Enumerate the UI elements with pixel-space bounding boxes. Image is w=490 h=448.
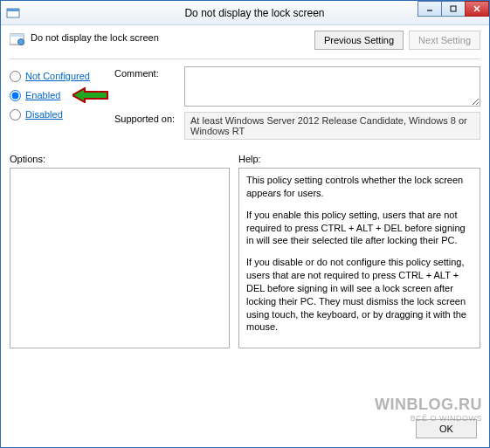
svg-point-8	[18, 39, 24, 45]
titlebar[interactable]: Do not display the lock screen	[1, 1, 489, 25]
maximize-button[interactable]	[441, 1, 466, 17]
radio-not-configured-label[interactable]: Not Configured	[25, 71, 90, 81]
dialog-footer: OK	[416, 419, 477, 438]
options-panel	[10, 168, 230, 348]
policy-dialog-window: Do not display the lock screen Do not di…	[0, 0, 490, 448]
minimize-button[interactable]	[418, 1, 442, 17]
supported-on-value: At least Windows Server 2012 Release Can…	[184, 112, 480, 140]
svg-marker-9	[72, 88, 107, 102]
close-button[interactable]	[465, 1, 489, 17]
options-label: Options:	[10, 154, 230, 164]
radio-disabled-label[interactable]: Disabled	[25, 109, 63, 120]
radio-enabled[interactable]	[10, 90, 21, 101]
next-setting-button: Next Setting	[409, 31, 480, 50]
policy-icon	[10, 32, 25, 46]
previous-setting-button[interactable]: Previous Setting	[314, 31, 404, 50]
radio-not-configured[interactable]	[10, 71, 21, 82]
policy-title: Do not display the lock screen	[31, 31, 314, 43]
help-panel: This policy setting controls whether the…	[238, 168, 480, 348]
comment-label: Comment:	[114, 66, 184, 107]
ok-button[interactable]: OK	[416, 419, 477, 438]
radio-enabled-label[interactable]: Enabled	[25, 90, 60, 100]
annotation-arrow-icon	[72, 87, 111, 105]
divider	[10, 59, 480, 59]
comment-textarea[interactable]	[184, 66, 480, 107]
help-paragraph: If you disable or do not configure this …	[246, 256, 473, 334]
watermark-main: WINBLOG.RU	[375, 396, 482, 413]
svg-rect-1	[7, 9, 19, 11]
help-paragraph: This policy setting controls whether the…	[246, 174, 473, 200]
state-radio-group: Not Configured Enabled Disabled	[10, 66, 114, 145]
supported-on-label: Supported on:	[114, 112, 184, 140]
radio-disabled[interactable]	[10, 109, 21, 121]
window-controls	[418, 1, 489, 17]
help-paragraph: If you enable this policy setting, users…	[246, 209, 473, 248]
app-icon	[6, 6, 20, 20]
svg-rect-7	[10, 34, 24, 37]
help-label: Help:	[238, 154, 480, 164]
svg-rect-3	[451, 6, 456, 11]
